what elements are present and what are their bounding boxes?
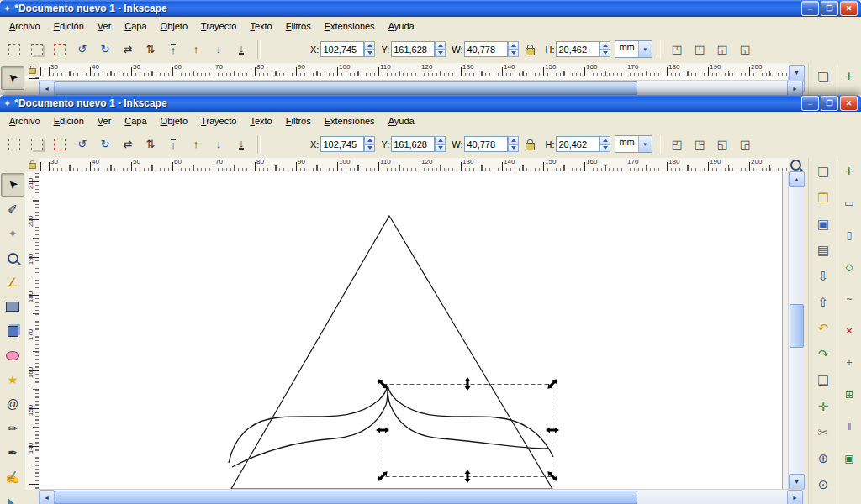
export-image[interactable]: ⇧ xyxy=(811,291,835,313)
x-spinner[interactable] xyxy=(364,136,375,152)
snap-enable[interactable]: ✛ xyxy=(839,161,859,181)
chevron-down-icon[interactable]: ▼ xyxy=(638,41,652,57)
affect-move[interactable]: ◰ xyxy=(666,134,688,155)
restore-button[interactable]: ❐ xyxy=(821,1,838,16)
lower-to-bottom[interactable]: ↓ xyxy=(230,134,252,155)
y-input[interactable] xyxy=(391,41,435,57)
menu-objeto[interactable]: Objeto xyxy=(154,113,194,129)
affect-transform[interactable]: ◳ xyxy=(689,134,710,155)
x-input[interactable] xyxy=(320,136,364,152)
rotate-ccw[interactable]: ↺ xyxy=(71,39,93,60)
scroll-right-button[interactable]: ► xyxy=(787,490,803,504)
new-document[interactable]: ❏ xyxy=(811,66,835,88)
h-input[interactable] xyxy=(556,136,600,152)
lock-guides-icon[interactable] xyxy=(29,163,35,169)
calligraphy-tool[interactable]: ✍ xyxy=(1,465,24,489)
titlebar[interactable]: ✦ *Documento nuevo 1 - Inkscape _ ❐ ✕ xyxy=(0,95,861,112)
scroll-down-button[interactable]: ▼ xyxy=(789,65,805,81)
menu-ver[interactable]: Ver xyxy=(91,113,119,129)
snap-bbox[interactable]: ▭ xyxy=(839,193,859,213)
menu-capa[interactable]: Capa xyxy=(118,18,153,34)
scroll-left-button[interactable]: ◄ xyxy=(39,81,55,95)
ellipse-tool[interactable] xyxy=(1,344,24,367)
minimize-button[interactable]: _ xyxy=(801,1,819,16)
spiral-tool[interactable]: @ xyxy=(1,392,24,416)
menu-capa[interactable]: Capa xyxy=(118,113,153,129)
menu-ayuda[interactable]: Ayuda xyxy=(382,18,421,34)
deselect[interactable] xyxy=(49,134,71,155)
zoom-page[interactable]: ⊙ xyxy=(811,473,835,496)
flip-vertical[interactable]: ⇅ xyxy=(140,134,161,155)
print-document[interactable]: ▤ xyxy=(811,239,835,261)
flip-horizontal[interactable]: ⇄ xyxy=(117,134,139,155)
w-spinner[interactable] xyxy=(508,136,519,152)
duplicate[interactable]: ❑ xyxy=(811,369,835,391)
lock-guides-icon[interactable] xyxy=(29,68,35,74)
pencil-tool[interactable]: ✏ xyxy=(1,417,24,440)
vertical-ruler[interactable]: 210200190180170160150140 xyxy=(25,76,40,81)
menu-archivo[interactable]: Archivo xyxy=(3,113,47,129)
affect-gradients[interactable]: ◲ xyxy=(734,39,756,60)
snap-nodes[interactable]: ◇ xyxy=(839,257,859,277)
horizontal-scrollbar[interactable]: ◄ ► xyxy=(39,489,803,504)
unit-select[interactable]: mm ▼ xyxy=(615,40,652,58)
menu-extensiones[interactable]: Extensiones xyxy=(318,113,382,129)
new-document[interactable]: ❏ xyxy=(811,160,835,183)
open-document[interactable]: ❒ xyxy=(811,186,835,209)
zoom-tool[interactable] xyxy=(1,246,24,270)
horizontal-scroll-thumb[interactable] xyxy=(55,81,637,95)
snap-grid[interactable]: ⊞ xyxy=(839,385,859,405)
menu-archivo[interactable]: Archivo xyxy=(3,18,47,34)
pen-tool[interactable]: ✒ xyxy=(1,441,24,465)
snap-intersections[interactable]: ✕ xyxy=(839,321,859,341)
canvas[interactable] xyxy=(39,171,789,490)
menu-filtros[interactable]: Filtros xyxy=(279,113,318,129)
redo[interactable]: ↷ xyxy=(811,343,835,365)
vertical-scrollbar[interactable]: ▲ ▼ xyxy=(788,171,803,490)
affect-corners[interactable]: ◱ xyxy=(711,134,733,155)
w-input[interactable] xyxy=(464,41,508,57)
snap-bbox-edges[interactable]: ▯ xyxy=(839,225,859,245)
curve-path-lower[interactable] xyxy=(232,388,548,467)
snap-centers[interactable]: + xyxy=(839,353,859,373)
measure-tool[interactable]: ∠ xyxy=(1,270,24,294)
h-spinner[interactable] xyxy=(600,136,610,152)
h-spinner[interactable] xyxy=(600,41,610,57)
select-all[interactable] xyxy=(3,39,25,60)
snap-guides[interactable]: ‖ xyxy=(839,417,859,437)
raise[interactable]: ↑ xyxy=(185,134,207,155)
rotate-cw[interactable]: ↻ xyxy=(94,134,116,155)
menu-trayecto[interactable]: Trayecto xyxy=(194,113,243,129)
y-spinner[interactable] xyxy=(435,41,446,57)
y-spinner[interactable] xyxy=(435,136,446,152)
unit-select[interactable]: mm ▼ xyxy=(615,135,652,153)
raise-to-top[interactable]: ↑ xyxy=(162,39,184,60)
scroll-left-button[interactable]: ◄ xyxy=(39,490,55,504)
close-button[interactable]: ✕ xyxy=(840,96,858,111)
menu-edición[interactable]: Edición xyxy=(47,18,91,34)
zoom-indicator[interactable] xyxy=(789,158,803,172)
menu-objeto[interactable]: Objeto xyxy=(154,18,194,34)
menu-trayecto[interactable]: Trayecto xyxy=(194,18,243,34)
y-input[interactable] xyxy=(391,136,435,152)
select-all-layers[interactable] xyxy=(26,134,48,155)
save-document[interactable]: ▣ xyxy=(811,213,835,235)
w-spinner[interactable] xyxy=(508,41,519,57)
affect-move[interactable]: ◰ xyxy=(666,39,688,60)
snap-smooth[interactable]: ~ xyxy=(839,289,859,309)
flip-horizontal[interactable]: ⇄ xyxy=(117,39,139,60)
restore-button[interactable]: ❐ xyxy=(821,96,838,111)
horizontal-scroll-thumb[interactable] xyxy=(55,491,637,504)
close-button[interactable]: ✕ xyxy=(840,1,858,16)
menu-texto[interactable]: Texto xyxy=(243,113,278,129)
rectangle-tool[interactable] xyxy=(1,295,24,318)
lock-ratio-button[interactable] xyxy=(520,39,539,60)
minimize-button[interactable]: _ xyxy=(801,96,819,111)
scroll-right-button[interactable]: ► xyxy=(787,81,803,95)
menu-edición[interactable]: Edición xyxy=(47,113,91,129)
x-spinner[interactable] xyxy=(364,41,375,57)
scroll-up-button[interactable]: ▲ xyxy=(789,171,805,187)
menu-extensiones[interactable]: Extensiones xyxy=(318,18,382,34)
star-tool[interactable]: ★ xyxy=(1,368,24,391)
scroll-down-button[interactable]: ▼ xyxy=(789,474,805,490)
